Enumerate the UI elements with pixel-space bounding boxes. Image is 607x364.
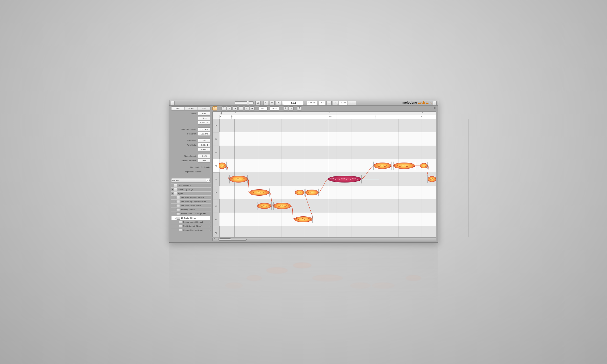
svg-point-24 (328, 176, 361, 183)
formants[interactable]: 0 ct (198, 139, 211, 142)
note-blobs[interactable] (219, 119, 436, 238)
note-blob[interactable] (273, 202, 292, 210)
sibilant-balance[interactable]: 0 % (198, 159, 211, 163)
folder-item[interactable]: Suspended…ill 04.caf▸ (171, 220, 211, 224)
play-button[interactable]: ▶ (276, 101, 281, 105)
note-blob[interactable] (305, 189, 319, 196)
metronome-button[interactable]: ▲ (327, 101, 332, 105)
piano-key[interactable]: C (213, 199, 219, 213)
piano-ruler[interactable]: BbAbGF 5EbDbCBbAb (213, 119, 220, 237)
note-off-button[interactable]: Note Off (198, 148, 211, 151)
chord-segment[interactable]: f- (375, 115, 421, 119)
pitch-note[interactable]: Eb 5 (198, 112, 211, 116)
note-blob[interactable] (219, 162, 227, 170)
svg-point-28 (374, 163, 391, 169)
mute-button[interactable]: ▢ (255, 101, 261, 105)
piano-key[interactable]: F 5 (213, 159, 219, 173)
svg-point-15 (294, 217, 312, 222)
chord-segment[interactable]: Eb (328, 115, 376, 119)
attack-speed[interactable]: 0.0 % (198, 154, 211, 158)
tool-separate1[interactable]: ✧ (283, 106, 288, 110)
folder-item[interactable]: ▸Celemony songs (171, 188, 211, 192)
left-panel-toggle[interactable] (171, 101, 175, 105)
piano-key[interactable]: Ab (213, 132, 219, 146)
amplitude[interactable]: 0.00 dB (198, 143, 211, 147)
stop-button[interactable]: ■ (270, 101, 275, 105)
tab-note[interactable]: Note (171, 107, 185, 110)
key-field[interactable]: F Minor (307, 101, 317, 105)
quantize-button[interactable]: •↕• (348, 101, 356, 105)
toolbar-pitch[interactable]: Eb 5 (259, 106, 267, 110)
tool-arrow[interactable]: ↖ (222, 106, 226, 110)
pitch-hz[interactable]: 625.2 Hz (198, 121, 211, 125)
svg-point-3 (229, 176, 248, 183)
pitch-cents[interactable]: +8 ct (198, 116, 211, 120)
note-blob[interactable] (428, 175, 436, 183)
svg-point-40 (225, 283, 243, 289)
tool-vibrato[interactable]: ∿ (233, 106, 237, 110)
file-name: MaterS…Domini (196, 166, 211, 168)
tool-timing[interactable]: ⇆ (250, 106, 255, 110)
folder-item[interactable]: ▸Apple Loops … GarageBand (171, 212, 211, 216)
note-blob[interactable] (257, 202, 272, 210)
timesig-field[interactable]: 4/4 (319, 101, 325, 105)
piano-key[interactable]: Bb (213, 213, 219, 226)
volume-slider[interactable] (235, 101, 254, 104)
folder-item[interactable]: ▸Jam Pack Rhythm Section (171, 196, 211, 200)
note-blob[interactable] (294, 216, 313, 223)
app-window: ▢ ● ■ ▶ ↻ 3.2.1 F Minor 4/4 ▲ ♪ 98.90 •↕… (169, 100, 438, 243)
record-button[interactable]: ● (263, 101, 268, 105)
position-display[interactable]: 3.2.1 (283, 101, 304, 105)
tab-project[interactable]: Project (185, 107, 198, 110)
piano-key[interactable]: G (213, 146, 219, 159)
chord-segment[interactable]: c- (230, 115, 329, 119)
right-panel-toggle[interactable] (433, 101, 437, 105)
folder-item[interactable]: Jazz Sessions (171, 184, 211, 188)
piano-key[interactable]: Db (213, 186, 219, 199)
brand-logo: melodyne assistant (402, 101, 431, 104)
piano-key[interactable]: Bb (213, 119, 219, 132)
chord-segment[interactable]: f- (219, 115, 232, 119)
horizontal-scrollbar[interactable] (218, 238, 247, 241)
folder-item[interactable]: ▾Apple (171, 192, 211, 196)
note-blob[interactable] (229, 175, 249, 184)
note-blob[interactable] (393, 162, 416, 170)
folder-item[interactable]: ▾16 Studio Strings (171, 216, 211, 220)
chord-segment[interactable]: c- (420, 115, 437, 119)
folders-header[interactable]: Folders 8 (171, 178, 211, 183)
tool-amplitude[interactable]: ↔ (245, 106, 249, 110)
pitch-drift[interactable]: 100.0 % (198, 132, 211, 136)
note-blob[interactable] (249, 189, 270, 197)
tool-main[interactable]: ↖ (212, 106, 217, 110)
folder-item[interactable]: ▸Jam Pack Sy…ny Orchestra (171, 200, 211, 204)
folder-icon (177, 217, 180, 220)
svg-point-31 (393, 163, 415, 169)
bar-number: 2 (235, 112, 236, 113)
note-blob[interactable] (374, 162, 392, 170)
note-blob[interactable] (295, 189, 305, 196)
tempo-field[interactable]: 98.90 (339, 101, 348, 105)
folder-item[interactable]: Night Shi…all 02.caf▸ (171, 224, 211, 228)
gear-icon[interactable]: ✻ (433, 106, 436, 110)
folder-item[interactable]: ▸Jam Pack World Music (171, 204, 211, 208)
tool-separate3[interactable]: ⊕ (297, 106, 302, 110)
note-editor[interactable]: 𝄞 F Minor 234 f-c-Ebf-c- BbAbGF 5EbDbCBb… (212, 111, 436, 237)
lbl: Pitch: (171, 112, 198, 115)
editor-toolbar: ↖ ↖ ↕ ∿ I ↔ ⇆ Eb 5 +8 ct ✧ ✦ ⊕ ✻ (212, 106, 436, 110)
folder-item[interactable]: Hidden Clu…rp 01.caf▸ (171, 228, 211, 231)
playhead[interactable] (336, 112, 336, 237)
tool-formant[interactable]: I (239, 106, 243, 110)
note-blob[interactable] (328, 175, 362, 184)
toolbar-cents[interactable]: +8 ct (270, 106, 279, 110)
tab-file[interactable]: File (198, 107, 210, 110)
bar-number: 3 (329, 112, 330, 113)
tool-separate2[interactable]: ✦ (289, 106, 294, 110)
note-blob[interactable] (420, 162, 429, 169)
folder-item[interactable]: ▸05 Deep House (171, 208, 211, 212)
svg-point-18 (295, 190, 304, 195)
folder-icon (179, 229, 182, 231)
tool-pitch[interactable]: ↕ (227, 106, 232, 110)
piano-key[interactable]: Eb (213, 172, 219, 186)
pitch-mod[interactable]: 100.0 % (198, 127, 211, 131)
chord-track[interactable]: f-c-Ebf-c- (219, 115, 436, 119)
